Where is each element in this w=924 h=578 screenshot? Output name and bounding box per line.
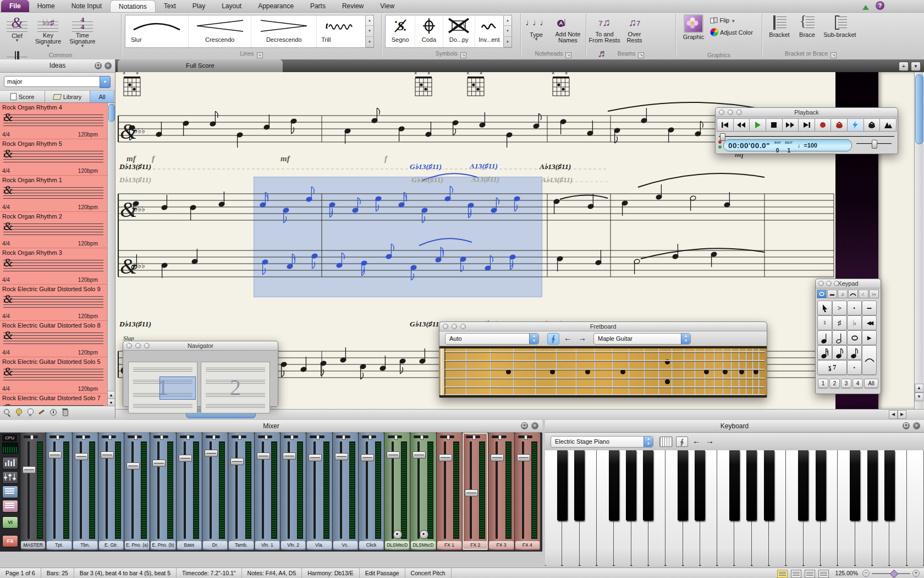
mixer-strip-master[interactable]: MASTER xyxy=(20,433,46,550)
keypad-tenuto-key[interactable]: – xyxy=(862,301,877,315)
ideas-search-input[interactable]: major xyxy=(4,76,100,87)
mixer-strip-tbn-[interactable]: Tbn. xyxy=(73,433,98,550)
symbols-dialog-launcher[interactable]: ↘ xyxy=(460,52,466,58)
status-item[interactable]: Bar 3 (4), beat 4 to bar 4 (5), beat 5 xyxy=(74,568,177,578)
keypad-tab-accidentals[interactable]: ♭♭ xyxy=(869,290,879,298)
status-item[interactable]: Bars: 25 xyxy=(41,568,74,578)
fretboard-instrument-select[interactable]: Maple Guitar▲▼ xyxy=(593,333,691,345)
mixer-close-button[interactable]: × xyxy=(531,422,538,429)
ribbon-tab-review[interactable]: Review xyxy=(334,0,372,12)
keypad-tab-common[interactable] xyxy=(817,290,827,298)
previous-chord-button[interactable]: ← xyxy=(564,333,572,342)
black-key[interactable] xyxy=(867,450,878,521)
dynamic-marking[interactable]: mf xyxy=(280,154,290,163)
ideas-tab-score[interactable]: Score xyxy=(0,91,45,102)
beams-to-from-rests-button[interactable]: 7♫ To and From Rests xyxy=(588,14,620,43)
fretboard-minimize-button[interactable] xyxy=(452,324,457,329)
mixer-strip-click[interactable]: Click xyxy=(359,433,384,550)
live-tempo-button[interactable] xyxy=(848,118,864,132)
symbol-segno-item[interactable]: S Segno xyxy=(386,15,415,47)
ideas-scroll-up[interactable]: ▲ xyxy=(108,391,114,399)
keypad-eighth-note-key[interactable] xyxy=(832,345,847,360)
keypad-layout-4[interactable]: 4 xyxy=(853,379,863,388)
bracket-dialog-launcher[interactable]: ↘ xyxy=(831,52,837,58)
idea-card[interactable]: Rock Organ Rhythm 1&4/4120bpm xyxy=(0,176,108,212)
new-tab-button[interactable]: + xyxy=(899,62,909,71)
lines-gallery-scroll[interactable]: ▲▼▼ xyxy=(366,15,374,48)
fretboard-title-bar[interactable]: Fretboard xyxy=(439,322,767,331)
mixer-strip-e-pno-a-[interactable]: E. Pno. (a) xyxy=(124,433,150,550)
time-signature-button[interactable]: 44 Time Signature▼ xyxy=(67,14,98,48)
strip-view-pink-button[interactable] xyxy=(2,500,18,512)
fretboard-zoom-button[interactable] xyxy=(460,324,466,329)
pan-slider[interactable] xyxy=(50,435,64,438)
mixer-strip-dlsmscd[interactable]: DLSMscD xyxy=(410,433,436,550)
fader-handle[interactable] xyxy=(361,454,374,461)
fretboard-mode-select[interactable]: Auto▲▼ xyxy=(445,333,539,345)
keyboard-size-button[interactable] xyxy=(659,437,673,447)
play-button[interactable] xyxy=(750,118,766,132)
navigator-close-button[interactable] xyxy=(127,343,132,348)
mixer-strip-dr-[interactable]: Dr. xyxy=(202,433,228,550)
fretboard-close-button[interactable] xyxy=(443,324,448,329)
full-screen-view-button[interactable] xyxy=(818,570,829,578)
keypad-zoom-button[interactable] xyxy=(834,281,839,286)
gear-button[interactable] xyxy=(393,530,402,539)
idea-card[interactable]: Rock Organ Rhythm 3&4/4120bpm xyxy=(0,248,108,285)
tempo-slider-thumb[interactable] xyxy=(872,140,877,149)
collapse-ribbon-button[interactable] xyxy=(862,2,869,12)
guitar-string[interactable] xyxy=(445,378,765,379)
navigator-title-bar[interactable]: Navigator xyxy=(123,341,278,351)
keypad-layout-2[interactable]: 2 xyxy=(829,379,840,388)
black-key[interactable] xyxy=(678,450,688,521)
keypad-natural-key[interactable]: ♮ xyxy=(817,315,832,330)
idea-card[interactable]: Rock Organ Rhythm 5&4/4120bpm xyxy=(0,139,108,176)
single-page-view-button[interactable] xyxy=(791,570,801,578)
next-chord-button[interactable]: → xyxy=(578,333,586,342)
line-slur-item[interactable]: Slur xyxy=(125,15,189,47)
zoom-out-button[interactable]: − xyxy=(862,570,870,577)
mixer-title-bar[interactable]: Mixer × xyxy=(0,420,542,433)
idea-card[interactable]: Rock Electric Guitar Distorted Solo 7&4/… xyxy=(0,394,108,406)
fast-forward-button[interactable] xyxy=(783,118,799,132)
noteheads-dialog-launcher[interactable]: ↘ xyxy=(565,52,571,58)
flexi-time-button[interactable] xyxy=(831,118,848,132)
idea-card[interactable]: Rock Electric Guitar Distorted Solo 8&4/… xyxy=(0,321,108,357)
clef-button[interactable]: & Clef▼ xyxy=(4,14,30,42)
key-signature-button[interactable]: ♭♭♯ Key Signature▼ xyxy=(32,14,64,48)
keypad-sixteenth-note-key[interactable] xyxy=(817,345,832,360)
mixer-strip-fx-2[interactable]: FX 2 xyxy=(463,433,488,550)
delete-idea-button[interactable] xyxy=(61,408,69,416)
dynamic-marking[interactable]: f xyxy=(384,154,387,163)
bracket-button[interactable]: Bracket xyxy=(766,14,793,38)
keypad-dot-key[interactable]: · xyxy=(847,360,862,375)
move-playback-line-button[interactable] xyxy=(880,118,897,132)
guitar-string[interactable] xyxy=(445,369,765,370)
lines-dialog-launcher[interactable]: ↘ xyxy=(257,52,263,58)
ideas-tab-library[interactable]: Library xyxy=(45,91,90,102)
pan-slider[interactable] xyxy=(414,435,428,438)
zoom-in-button[interactable]: + xyxy=(912,570,920,577)
panorama-view-button[interactable] xyxy=(777,570,788,578)
navigator-zoom-button[interactable] xyxy=(144,343,150,348)
zoom-slider-thumb[interactable] xyxy=(890,570,899,578)
keyboard-octave-down-button[interactable]: ← xyxy=(692,436,701,445)
document-tab-full-score[interactable]: Full Score xyxy=(118,59,283,72)
fader-handle[interactable] xyxy=(230,458,244,465)
ribbon-tab-parts[interactable]: Parts xyxy=(302,0,334,12)
pan-slider[interactable] xyxy=(232,435,246,438)
symbol-coda-item[interactable]: Coda xyxy=(415,15,443,47)
navigator-page-1[interactable]: 1 xyxy=(128,362,197,413)
pan-slider[interactable] xyxy=(466,435,480,438)
guitar-string[interactable] xyxy=(445,386,765,388)
keypad-tab-jazz[interactable]: ⁄. xyxy=(859,290,868,298)
keypad-layout-all[interactable]: All xyxy=(864,379,878,388)
pan-slider[interactable] xyxy=(180,435,194,438)
vscroll-thumb[interactable] xyxy=(915,74,923,144)
tab-list-button[interactable]: ▼ xyxy=(911,62,921,71)
line-crescendo-item[interactable]: Crescendo xyxy=(189,15,252,47)
chord-symbol[interactable]: D♭13(♯11) xyxy=(119,319,151,329)
keypad-cursor-key[interactable] xyxy=(817,301,832,315)
flip-button[interactable]: Flip ▼ xyxy=(710,17,752,24)
mixer-strip-vln-2[interactable]: Vln. 2 xyxy=(280,433,306,550)
